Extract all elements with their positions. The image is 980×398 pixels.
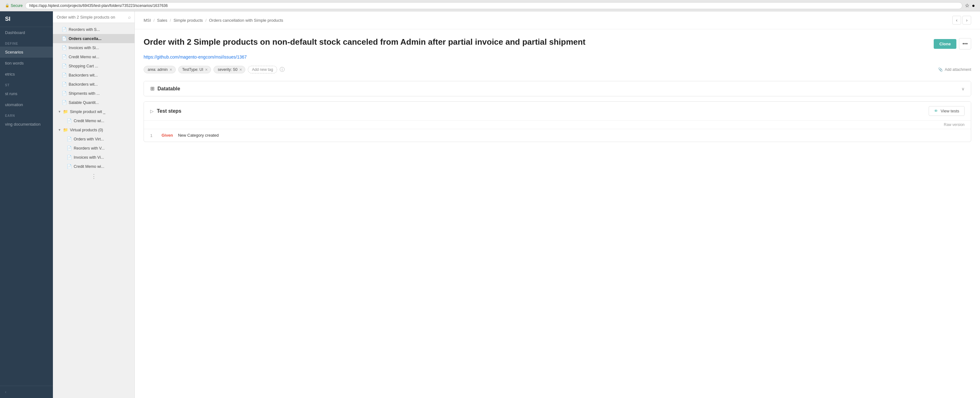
sidebar-section-test: ST	[0, 80, 53, 88]
collapse-icon: ‹	[5, 390, 6, 394]
search-icon: ⌕	[128, 14, 131, 19]
scenario-search-bar: ⌕	[53, 11, 134, 23]
list-item[interactable]: 📄 Backorders wit...	[53, 80, 134, 89]
file-icon: 📄	[62, 73, 67, 78]
scenario-search-input[interactable]	[57, 15, 126, 19]
datatable-section-header[interactable]: ⊞ Datatable ∨	[144, 81, 971, 96]
file-icon: 📄	[62, 91, 67, 96]
sidebar-item-action-words[interactable]: tion words	[0, 57, 53, 68]
breadcrumb-item-orders-cancellation: Orders cancellation with Simple products	[209, 18, 283, 23]
test-steps-header: ▷ Test steps 👁 View tests	[144, 102, 971, 120]
test-steps-title: Test steps	[157, 108, 181, 114]
breadcrumb-prev-button[interactable]: ‹	[952, 16, 961, 25]
scenario-panel: ⌕ 📄 Reorders with S... 📄 Orders cancella…	[53, 11, 135, 398]
breadcrumb-item-msi[interactable]: MSI	[143, 18, 151, 23]
list-item-active[interactable]: 📄 Orders cancella...	[53, 34, 134, 43]
tag-area-admin: area: admin ×	[143, 66, 176, 73]
list-item[interactable]: 📄 Orders with Virt...	[53, 134, 134, 143]
scenario-detail: Order with 2 Simple products on non-defa…	[135, 29, 980, 398]
test-step-row: 1 Given New Category created	[144, 129, 971, 142]
step-keyword: Given	[162, 133, 173, 138]
scenario-title-row: Order with 2 Simple products on non-defa…	[143, 37, 971, 49]
file-icon: 📄	[62, 36, 67, 41]
list-item[interactable]: 📄 Shopping Cart ...	[53, 61, 134, 70]
tag-remove-button[interactable]: ×	[169, 67, 172, 72]
breadcrumb: MSI / Sales / Simple products / Orders c…	[135, 11, 980, 29]
sidebar: SI Dashboard DEFINE Scenarios tion words…	[0, 11, 53, 398]
group-header-virtual-products[interactable]: ▼ 📁 Virtual products (0)	[53, 125, 134, 134]
secure-indicator: 🔒 Secure	[5, 3, 23, 8]
scenario-list: 📄 Reorders with S... 📄 Orders cancella..…	[53, 23, 134, 398]
group-header-simple-product[interactable]: ▼ 📁 Simple product wit _	[53, 107, 134, 116]
breadcrumb-sep: /	[205, 18, 207, 23]
file-icon: 📄	[67, 164, 72, 169]
list-item[interactable]: 📄 Reorders with S...	[53, 25, 134, 34]
list-item[interactable]: 📄 Invoices with Vi...	[53, 153, 134, 162]
tag-severity: severity: S0 ×	[213, 66, 245, 73]
file-icon: 📄	[67, 137, 72, 142]
scenario-link[interactable]: https://github.com/magento-engcom/msi/is…	[143, 54, 971, 59]
add-attachment-button[interactable]: 📎 Add attachment	[938, 67, 971, 72]
main-content: MSI / Sales / Simple products / Orders c…	[135, 11, 980, 398]
file-icon: 📄	[67, 155, 72, 160]
tag-remove-button[interactable]: ×	[239, 67, 242, 72]
list-item-shipments[interactable]: 📄 Shipments with ...	[53, 89, 134, 98]
bookmark-icon[interactable]: ☆	[965, 3, 969, 8]
url-bar[interactable]: https://app.hiptest.com/projects/69435/t…	[25, 2, 963, 9]
test-steps-section: ▷ Test steps 👁 View tests Raw version 1 …	[143, 101, 971, 142]
sidebar-item-metrics[interactable]: etrics	[0, 68, 53, 80]
eye-icon: 👁	[934, 108, 938, 113]
browser-actions: ☆ ●	[965, 3, 975, 8]
chevron-down-icon: ▼	[58, 128, 61, 132]
sidebar-collapse-button[interactable]: ‹	[0, 386, 53, 398]
sidebar-item-dashboard[interactable]: Dashboard	[0, 27, 53, 38]
breadcrumb-next-button[interactable]: ›	[963, 16, 971, 25]
list-item[interactable]: 📄 Credit Memo wi...	[53, 52, 134, 61]
sidebar-item-documentation[interactable]: ving documentation	[0, 119, 53, 130]
tag-remove-button[interactable]: ×	[205, 67, 207, 72]
breadcrumb-item-simple-products[interactable]: Simple products	[173, 18, 203, 23]
file-icon: 📄	[67, 118, 72, 123]
datatable-title: ⊞ Datatable	[150, 86, 180, 92]
scenario-title: Order with 2 Simple products on non-defa…	[143, 37, 929, 48]
secure-label: Secure	[11, 3, 23, 8]
app-layout: SI Dashboard DEFINE Scenarios tion words…	[0, 11, 980, 398]
add-tag-button[interactable]: Add new tag	[248, 66, 277, 73]
more-options-button[interactable]: •••	[959, 38, 971, 49]
list-item[interactable]: 📄 Salable Quantit...	[53, 98, 134, 107]
list-item[interactable]: 📄 Credit Memo wi...	[53, 116, 134, 125]
profile-icon[interactable]: ●	[972, 3, 975, 8]
raw-version-button[interactable]: Raw version	[937, 121, 971, 129]
step-text: New Category created	[178, 133, 218, 138]
test-steps-divider: Raw version 1 Given New Category created	[144, 120, 971, 142]
sidebar-item-test-runs[interactable]: st runs	[0, 88, 53, 99]
list-item[interactable]: 📄 Reorders with V...	[53, 143, 134, 153]
sidebar-item-scenarios[interactable]: Scenarios	[0, 46, 53, 57]
file-icon: 📄	[62, 45, 67, 50]
datatable-icon: ⊞	[150, 86, 154, 92]
breadcrumb-sep: /	[153, 18, 154, 23]
attachment-icon: 📎	[938, 67, 943, 72]
tag-testtype: TestType: UI ×	[178, 66, 211, 73]
test-steps-title-group: ▷ Test steps	[150, 108, 181, 114]
breadcrumb-sep: /	[170, 18, 171, 23]
list-item[interactable]: 📄 Invoices with Si...	[53, 43, 134, 52]
file-icon: 📄	[67, 146, 72, 151]
folder-icon: 📁	[63, 127, 68, 132]
browser-bar: 🔒 Secure https://app.hiptest.com/project…	[0, 0, 980, 11]
list-item[interactable]: 📄 Credit Memo wi...	[53, 162, 134, 171]
clone-button[interactable]: Clone	[934, 39, 956, 49]
tag-help-icon[interactable]: ⓘ	[280, 67, 285, 73]
list-item[interactable]: 📄 Backorders wit...	[53, 70, 134, 80]
file-icon: 📄	[62, 100, 67, 105]
tags-row: area: admin × TestType: UI × severity: S…	[143, 66, 971, 73]
file-icon: 📄	[62, 82, 67, 87]
sidebar-section-define: DEFINE	[0, 38, 53, 46]
breadcrumb-item-sales[interactable]: Sales	[157, 18, 167, 23]
sidebar-item-automation[interactable]: utomation	[0, 99, 53, 110]
lock-icon: 🔒	[5, 3, 10, 8]
breadcrumb-navigation: ‹ ›	[952, 16, 971, 25]
scenario-more-button[interactable]: ⋮	[53, 171, 134, 181]
file-icon: 📄	[62, 54, 67, 59]
view-tests-button[interactable]: 👁 View tests	[929, 106, 964, 116]
